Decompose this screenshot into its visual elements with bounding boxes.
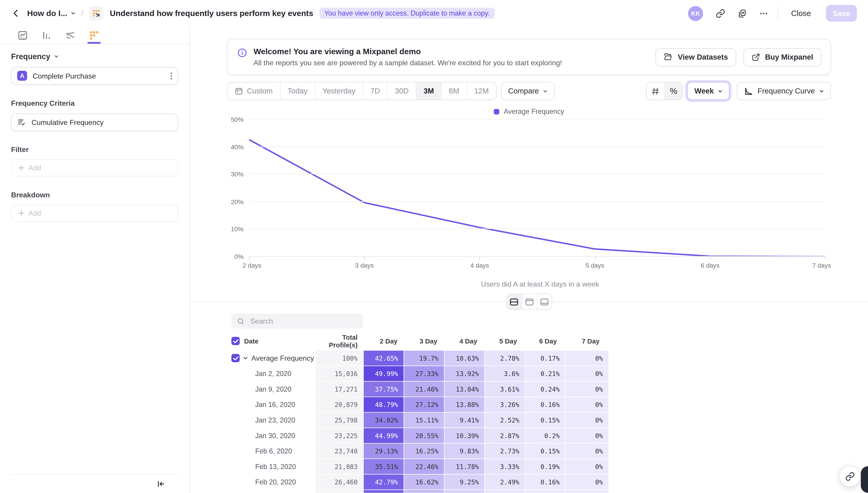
table-row[interactable]: Jan 2, 202015,03649.99%27.33%13.92%3.6%0… — [231, 366, 609, 381]
layout-chart-bottom-button[interactable] — [536, 294, 551, 309]
table-search[interactable] — [231, 314, 363, 328]
range-label: 30D — [395, 87, 409, 95]
frequency-criteria-select[interactable]: Cumulative Frequency — [11, 113, 178, 131]
col-header-date[interactable]: Date — [244, 337, 259, 345]
interval-label: Week — [695, 87, 714, 95]
table-row[interactable]: Feb 20, 202026,46042.79%16.62%9.25%2.49%… — [231, 474, 609, 489]
col-header-7day[interactable]: 7 Day — [562, 337, 605, 345]
expand-chevron-icon[interactable] — [243, 356, 248, 361]
range-6m[interactable]: 6M — [441, 82, 467, 100]
back-button[interactable] — [11, 8, 21, 18]
heat-cell: 0% — [566, 474, 608, 489]
row-date-cell: Feb 20, 2020 — [231, 474, 315, 489]
criteria-value: Cumulative Frequency — [32, 118, 172, 127]
col-header-2day[interactable]: 2 Day — [363, 337, 403, 345]
interval-select[interactable]: Week — [687, 82, 730, 100]
frequency-line — [249, 120, 825, 257]
heat-cell: 0.16% — [525, 474, 565, 489]
search-input[interactable] — [249, 316, 357, 326]
heat-cell: 11.78% — [445, 459, 484, 474]
page-title: Understand how frequently users perform … — [110, 9, 313, 18]
col-header-6day[interactable]: 6 Day — [523, 337, 562, 345]
absolute-count-toggle[interactable] — [647, 82, 664, 100]
frequency-section-header[interactable]: Frequency — [11, 52, 178, 61]
y-tick-label: 40% — [231, 144, 244, 150]
layout-split-button[interactable] — [507, 294, 521, 309]
range-7d[interactable]: 7D — [363, 82, 387, 100]
tab-insights[interactable] — [17, 27, 29, 44]
layout-chart-top-button[interactable] — [521, 294, 536, 309]
heat-cell: 13.92% — [445, 366, 484, 381]
heat-cell: 0.19% — [525, 459, 565, 474]
heat-cell: 15.11% — [404, 413, 444, 428]
event-row-complete-purchase[interactable]: A Complete Purchase — [11, 67, 178, 84]
save-button[interactable]: Save — [826, 5, 857, 21]
table-row[interactable]: Feb 6, 202023,74029.13%16.25%9.83%2.73%0… — [231, 444, 609, 458]
col-header-5day[interactable]: 5 Day — [483, 337, 523, 345]
heat-cell: 34.82% — [364, 413, 404, 428]
ellipsis-icon — [759, 8, 768, 18]
heat-cell: 2.87% — [485, 428, 525, 443]
y-tick-label: 10% — [231, 226, 244, 232]
table-row[interactable]: Feb 13, 202021,08335.51%22.46%11.78%3.33… — [231, 459, 609, 474]
range-3m[interactable]: 3M — [416, 82, 441, 100]
collapse-sidebar-button[interactable] — [157, 480, 165, 488]
range-label: 3M — [423, 87, 434, 95]
section-divider — [190, 301, 868, 302]
table-row[interactable]: Jan 30, 202023,22544.99%20.55%10.39%2.87… — [231, 428, 609, 443]
chart-view-select[interactable]: Frequency Curve — [737, 82, 831, 100]
view-datasets-button[interactable]: View Datasets — [656, 48, 736, 66]
event-options-kebab-icon[interactable] — [170, 72, 172, 80]
y-axis-labels: 0%10%20%30%40%50% — [227, 120, 249, 257]
row-checkbox[interactable] — [231, 354, 240, 362]
range-custom[interactable]: Custom — [228, 82, 280, 100]
heat-cell: 27.33% — [404, 366, 444, 381]
heat-cell: 9.83% — [445, 444, 484, 458]
share-link-fab[interactable] — [839, 466, 860, 487]
heat-cell: 0% — [566, 459, 608, 474]
tab-flows[interactable] — [64, 27, 77, 44]
value-unit-toggle: % — [646, 82, 683, 100]
range-today[interactable]: Today — [280, 82, 315, 100]
table-row[interactable]: Jan 16, 202020,87948.79%27.12%13.88%3.26… — [231, 397, 609, 412]
duplicate-button[interactable] — [738, 8, 747, 18]
plot-area — [249, 120, 825, 257]
table-row[interactable]: Jan 9, 202017,27137.75%21.46%13.04%3.61%… — [231, 382, 609, 396]
range-30d[interactable]: 30D — [387, 82, 416, 100]
avatar[interactable]: KK — [688, 6, 703, 21]
table-row-partial[interactable] — [231, 490, 609, 493]
row-total-cell: 26,460 — [315, 474, 363, 489]
heat-cell: 10.39% — [445, 428, 484, 443]
tab-funnels[interactable] — [40, 27, 53, 44]
select-all-checkbox[interactable] — [231, 337, 240, 345]
filter-add-button[interactable]: Add — [11, 159, 178, 176]
compare-button[interactable]: Compare — [501, 82, 555, 100]
col-header-total[interactable]: Total Profile(s) — [315, 333, 363, 349]
frequency-criteria-label: Frequency Criteria — [11, 99, 178, 107]
main-panel: Welcome! You are viewing a Mixpanel demo… — [190, 27, 868, 493]
heat-cell: 22.46% — [404, 459, 444, 474]
range-custom-label: Custom — [247, 87, 273, 95]
col-header-4day[interactable]: 4 Day — [443, 337, 482, 345]
gridline — [249, 229, 825, 229]
table-row[interactable]: Jan 23, 202025,79834.82%15.11%9.41%2.52%… — [231, 413, 609, 428]
tab-retention[interactable] — [88, 27, 100, 44]
row-total-cell: 15,036 — [315, 366, 363, 381]
range-yesterday[interactable]: Yesterday — [315, 82, 363, 100]
table-section: Date Total Profile(s) 2 Day 3 Day 4 Day … — [227, 314, 831, 493]
event-letter-badge: A — [17, 71, 27, 81]
buy-mixpanel-button[interactable]: Buy Mixpanel — [743, 48, 822, 66]
breadcrumb[interactable]: How do I... — [27, 9, 75, 18]
heat-cell: 13.88% — [445, 397, 484, 412]
more-menu-button[interactable] — [759, 8, 768, 18]
table-row[interactable]: Average Frequency100%42.65%19.7%10.63%2.… — [231, 351, 609, 366]
report-type-tabs — [0, 27, 189, 44]
widget-corner — [861, 466, 868, 493]
legend-label: Average Frequency — [504, 108, 564, 115]
range-12m[interactable]: 12M — [467, 82, 496, 100]
copy-link-button[interactable] — [716, 8, 725, 18]
percent-toggle[interactable]: % — [664, 82, 682, 100]
col-header-3day[interactable]: 3 Day — [403, 337, 443, 345]
close-button[interactable]: Close — [788, 8, 814, 18]
breakdown-add-button[interactable]: Add — [11, 205, 178, 222]
